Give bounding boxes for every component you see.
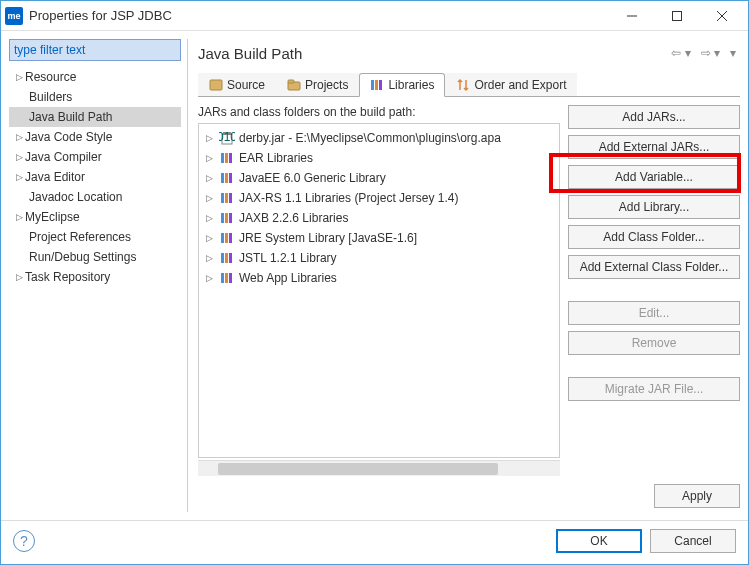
jar-item[interactable]: ▷JAXB 2.2.6 Libraries	[203, 208, 555, 228]
tree-label: Task Repository	[25, 270, 110, 284]
svg-rect-29	[225, 253, 228, 263]
svg-rect-22	[221, 213, 224, 223]
order-export-icon	[456, 78, 470, 92]
tree-label: MyEclipse	[25, 210, 80, 224]
tree-label: Java Build Path	[29, 110, 112, 124]
tree-item-resource[interactable]: ▷Resource	[9, 67, 181, 87]
svg-rect-1	[672, 11, 681, 20]
ok-button[interactable]: OK	[556, 529, 642, 553]
svg-rect-26	[225, 233, 228, 243]
jar-item[interactable]: ▷JAX-RS 1.1 Libraries (Project Jersey 1.…	[203, 188, 555, 208]
content-area: ▷Resource Builders Java Build Path ▷Java…	[1, 31, 748, 520]
jar-list[interactable]: ▷010derby.jar - E:\Myeclipse\Common\plug…	[198, 123, 560, 458]
tree-item-builders[interactable]: Builders	[9, 87, 181, 107]
maximize-button[interactable]	[654, 2, 699, 30]
jar-item[interactable]: ▷Web App Libraries	[203, 268, 555, 288]
tree-label: Javadoc Location	[29, 190, 122, 204]
filter-input[interactable]	[9, 39, 181, 61]
titlebar: me Properties for JSP JDBC	[1, 1, 748, 31]
edit-button: Edit...	[568, 301, 740, 325]
horizontal-scrollbar[interactable]	[198, 460, 560, 476]
close-button[interactable]	[699, 2, 744, 30]
page-title: Java Build Path	[198, 45, 667, 62]
tab-label: Projects	[305, 78, 348, 92]
tree-item-run-debug-settings[interactable]: Run/Debug Settings	[9, 247, 181, 267]
tree-item-myeclipse[interactable]: ▷MyEclipse	[9, 207, 181, 227]
tab-content: JARs and class folders on the build path…	[198, 97, 740, 476]
tree-label: Java Compiler	[25, 150, 102, 164]
add-class-folder-button[interactable]: Add Class Folder...	[568, 225, 740, 249]
chevron-right-icon: ▷	[203, 233, 215, 243]
svg-rect-19	[221, 193, 224, 203]
tree-item-java-editor[interactable]: ▷Java Editor	[9, 167, 181, 187]
add-external-jars-button[interactable]: Add External JARs...	[568, 135, 740, 159]
menu-icon[interactable]: ▾	[726, 44, 740, 62]
button-column: Add JARs... Add External JARs... Add Var…	[568, 105, 740, 476]
svg-rect-17	[225, 173, 228, 183]
tab-order-export[interactable]: Order and Export	[445, 73, 577, 96]
jar-label: JAXB 2.2.6 Libraries	[239, 211, 348, 225]
svg-rect-31	[221, 273, 224, 283]
library-icon	[219, 211, 235, 225]
apply-button[interactable]: Apply	[654, 484, 740, 508]
chevron-right-icon: ▷	[203, 133, 215, 143]
library-icon	[219, 271, 235, 285]
library-icon	[219, 171, 235, 185]
chevron-right-icon: ▷	[13, 212, 25, 222]
tree-item-java-build-path[interactable]: Java Build Path	[9, 107, 181, 127]
add-jars-button[interactable]: Add JARs...	[568, 105, 740, 129]
svg-rect-13	[221, 153, 224, 163]
tree-label: Builders	[29, 90, 72, 104]
tab-source[interactable]: Source	[198, 73, 276, 96]
category-tree[interactable]: ▷Resource Builders Java Build Path ▷Java…	[9, 67, 181, 512]
svg-rect-14	[225, 153, 228, 163]
remove-button: Remove	[568, 331, 740, 355]
back-icon[interactable]: ⇦ ▾	[667, 44, 694, 62]
main-panel: Java Build Path ⇦ ▾ ⇨ ▾ ▾ Source Project…	[187, 39, 740, 512]
scrollbar-thumb[interactable]	[218, 463, 498, 475]
minimize-button[interactable]	[609, 2, 654, 30]
tree-item-project-references[interactable]: Project References	[9, 227, 181, 247]
jar-item[interactable]: ▷JavaEE 6.0 Generic Library	[203, 168, 555, 188]
chevron-right-icon: ▷	[203, 213, 215, 223]
svg-rect-32	[225, 273, 228, 283]
cancel-button[interactable]: Cancel	[650, 529, 736, 553]
add-external-class-folder-button[interactable]: Add External Class Folder...	[568, 255, 740, 279]
jar-item[interactable]: ▷JRE System Library [JavaSE-1.6]	[203, 228, 555, 248]
tree-item-task-repository[interactable]: ▷Task Repository	[9, 267, 181, 287]
tree-item-java-code-style[interactable]: ▷Java Code Style	[9, 127, 181, 147]
chevron-right-icon: ▷	[13, 172, 25, 182]
library-icon	[219, 251, 235, 265]
svg-rect-25	[221, 233, 224, 243]
jar-item[interactable]: ▷EAR Libraries	[203, 148, 555, 168]
jar-label: JRE System Library [JavaSE-1.6]	[239, 231, 417, 245]
projects-icon	[287, 78, 301, 92]
svg-rect-9	[379, 80, 382, 90]
tree-label: Java Editor	[25, 170, 85, 184]
jar-item[interactable]: ▷JSTL 1.2.1 Library	[203, 248, 555, 268]
tab-libraries[interactable]: Libraries	[359, 73, 445, 97]
tab-label: Order and Export	[474, 78, 566, 92]
tree-item-javadoc-location[interactable]: Javadoc Location	[9, 187, 181, 207]
svg-rect-8	[375, 80, 378, 90]
sidebar: ▷Resource Builders Java Build Path ▷Java…	[9, 39, 181, 512]
tree-label: Run/Debug Settings	[29, 250, 136, 264]
jars-label: JARs and class folders on the build path…	[198, 105, 560, 119]
svg-rect-15	[229, 153, 232, 163]
add-variable-button[interactable]: Add Variable...	[568, 165, 740, 189]
tab-projects[interactable]: Projects	[276, 73, 359, 96]
tree-item-java-compiler[interactable]: ▷Java Compiler	[9, 147, 181, 167]
help-icon[interactable]: ?	[13, 530, 35, 552]
add-library-button[interactable]: Add Library...	[568, 195, 740, 219]
svg-rect-28	[221, 253, 224, 263]
library-icon	[219, 191, 235, 205]
jar-item[interactable]: ▷010derby.jar - E:\Myeclipse\Common\plug…	[203, 128, 555, 148]
jar-label: Web App Libraries	[239, 271, 337, 285]
footer-buttons: OK Cancel	[556, 529, 736, 553]
apply-row: Apply	[198, 476, 740, 512]
svg-rect-21	[229, 193, 232, 203]
svg-rect-16	[221, 173, 224, 183]
source-icon	[209, 78, 223, 92]
forward-icon[interactable]: ⇨ ▾	[697, 44, 724, 62]
jar-icon: 010	[219, 131, 235, 145]
